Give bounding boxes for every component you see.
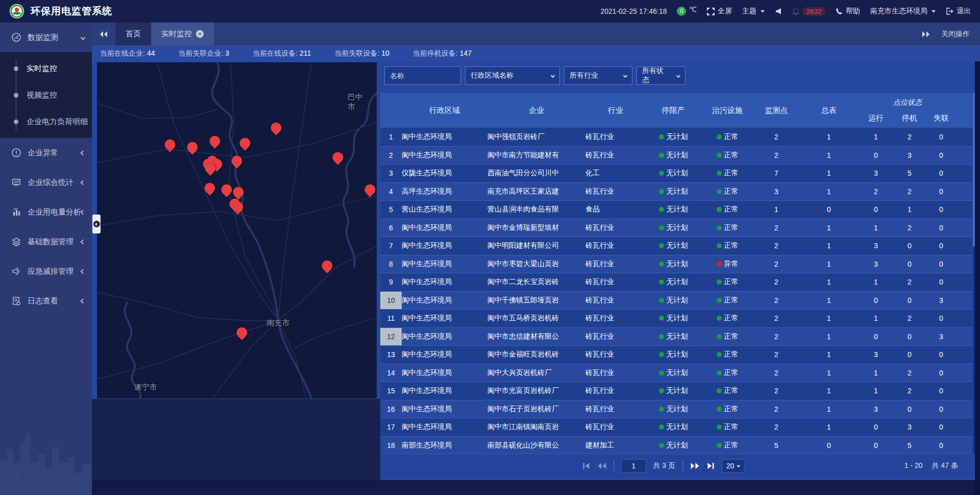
table-row[interactable]: 9 阆中生态环境局 阆中市二龙长宝页岩砖 砖瓦行业 无计划 正常 2 1 1 2… — [380, 273, 972, 291]
industry-cell: 砖瓦行业 — [585, 128, 646, 146]
meter-count-cell: 1 — [799, 292, 859, 310]
chevron-icon — [81, 150, 86, 155]
region-cell: 高坪生态环境局 — [402, 183, 487, 201]
chevron-icon — [81, 209, 86, 215]
table-row[interactable]: 14 阆中生态环境局 阆中大兴页岩机砖厂 砖瓦行业 无计划 正常 2 1 1 2… — [380, 364, 972, 382]
table-row[interactable]: 5 营山生态环境局 营山县润丰肉食品有限 食品 无计划 正常 1 0 0 1 0 — [380, 200, 972, 219]
table-row[interactable]: 17 阆中生态环境局 阆中市江南镇阆南页岩 砖瓦行业 无计划 正常 2 1 0 … — [380, 418, 972, 436]
logout-button[interactable]: 退出 — [946, 7, 971, 16]
tab-close-icon[interactable]: ✕ — [196, 30, 204, 38]
sound-button[interactable] — [775, 8, 782, 15]
page-number-input[interactable] — [621, 459, 646, 473]
industry-cell: 砖瓦行业 — [585, 237, 646, 255]
sidebar-item-日志查看[interactable]: 日志查看 — [0, 286, 92, 316]
run-count-cell: 3 — [859, 346, 893, 364]
prev-page-button[interactable] — [597, 462, 606, 469]
monitor-count-cell: 7 — [754, 164, 799, 182]
sidebar-item-label: 企业异常 — [28, 148, 58, 158]
stats-bar: 当前在线企业:44 当前失联企业:3 当前在线设备:211 当前失联设备:10 … — [92, 46, 980, 61]
bullet-dot-icon — [14, 93, 18, 98]
meter-count-cell: 1 — [799, 400, 859, 418]
sidebar-item-企业异常[interactable]: 企业异常 — [0, 138, 92, 168]
region-select[interactable]: 行政区域名称 — [465, 66, 560, 85]
company-cell: 阆中市光富页岩机砖厂 — [487, 382, 585, 400]
table-row[interactable]: 2 阆中生态环境局 阆中市南方节能建材有 砖瓦行业 无计划 正常 2 1 0 3… — [380, 146, 972, 164]
below-map-background — [92, 399, 380, 480]
green-dot-icon — [659, 298, 664, 303]
tab-realtime-monitor[interactable]: 实时监控 ✕ — [151, 22, 214, 45]
next-page-button[interactable] — [690, 462, 699, 469]
facility-status-cell: 正常 — [701, 364, 754, 382]
industry-cell: 砖瓦行业 — [585, 382, 646, 400]
lost-count-cell: 3 — [926, 328, 956, 346]
stop-status-cell: 无计划 — [646, 310, 701, 327]
stop-status-cell: 无计划 — [646, 237, 701, 255]
lost-count-cell: 0 — [926, 219, 956, 237]
column-header-region: 行政区域 — [402, 93, 487, 128]
tab-home[interactable]: 首页 — [115, 22, 151, 45]
org-dropdown[interactable]: 南充市生态环境局 — [870, 7, 936, 16]
table-body: 1 阆中生态环境局 阆中强锐页岩砖厂 砖瓦行业 无计划 正常 2 1 1 2 0… — [380, 128, 972, 454]
row-index-cell: 12 — [380, 328, 402, 346]
tabs-scroll-left-button[interactable] — [92, 22, 115, 45]
table-row[interactable]: 15 阆中生态环境局 阆中市光富页岩机砖厂 砖瓦行业 无计划 正常 2 1 1 … — [380, 382, 972, 400]
sidebar-subitem-实时监控[interactable]: 实时监控 — [0, 55, 92, 82]
sidebar-subitem-企业电力负荷明细[interactable]: 企业电力负荷明细 — [0, 108, 92, 135]
table-row[interactable]: 10 阆中生态环境局 阆中千佛镇五郎垭页岩 砖瓦行业 无计划 正常 2 1 0 … — [380, 291, 972, 310]
notifications-widget[interactable]: 2632 — [792, 7, 825, 16]
sidebar-item-企业用电量分析[interactable]: 企业用电量分析 — [0, 197, 92, 227]
status-dot-icon — [717, 134, 722, 139]
sidebar-subitem-视频监控[interactable]: 视频监控 — [0, 82, 92, 108]
first-page-button[interactable] — [582, 462, 590, 469]
table-row[interactable]: 13 阆中生态环境局 阆中市金福旺页岩机砖 砖瓦行业 无计划 正常 2 1 3 … — [380, 345, 972, 364]
table-row[interactable]: 8 阆中生态环境局 阆中市枣碧大梁山页岩 砖瓦行业 无计划 异常 2 1 3 0… — [380, 255, 972, 273]
row-index-cell: 13 — [380, 346, 402, 364]
page-size-select[interactable]: 20 — [722, 459, 745, 473]
table-row[interactable]: 16 阆中生态环境局 阆中市石子页岩机砖厂 砖瓦行业 无计划 正常 2 1 3 … — [380, 400, 972, 418]
theme-dropdown[interactable]: 主题 — [742, 7, 765, 16]
run-count-cell: 0 — [859, 418, 893, 436]
record-range: 1 - 20 共 47 条 — [904, 461, 972, 470]
fullscreen-button[interactable]: 全屏 — [707, 7, 732, 16]
sidebar-item-企业综合统计[interactable]: 企业综合统计 — [0, 168, 92, 197]
stop-status-cell: 无计划 — [646, 382, 701, 400]
facility-status-cell: 正常 — [701, 201, 754, 219]
panel-collapse-handle[interactable] — [92, 215, 101, 233]
close-operations-button[interactable]: 关闭操作 — [941, 30, 970, 39]
status-select[interactable]: 所有状态 — [636, 66, 685, 85]
region-cell: 南部生态环境局 — [402, 437, 487, 454]
status-dot-icon — [717, 262, 722, 267]
map-city-label: 巴中市 — [348, 92, 367, 112]
industry-cell: 砖瓦行业 — [585, 418, 646, 436]
sidebar-item-基础数据管理[interactable]: 基础数据管理 — [0, 227, 92, 256]
page-scrollbar-track[interactable] — [975, 22, 980, 495]
sidebar-item-数据监测[interactable]: 数据监测 — [0, 22, 92, 52]
region-cell: 阆中生态环境局 — [402, 310, 487, 327]
table-row[interactable]: 11 阆中生态环境局 阆中市五马桥页岩机砖 砖瓦行业 无计划 正常 2 1 1 … — [380, 309, 972, 327]
gauge-icon — [11, 32, 21, 42]
halt-count-cell: 2 — [893, 273, 926, 291]
table-row[interactable]: 6 阆中生态环境局 阆中市金博瑞新型墙材 砖瓦行业 无计划 正常 2 1 1 2… — [380, 219, 972, 237]
sidebar-item-应急减排管理[interactable]: 应急减排管理 — [0, 256, 92, 286]
tabs-scroll-right-button[interactable] — [922, 31, 930, 38]
industry-select[interactable]: 所有行业 — [564, 66, 632, 85]
table-row[interactable]: 4 高坪生态环境局 南充市高坪区王家店建 砖瓦行业 无计划 正常 3 1 2 2… — [380, 182, 972, 201]
run-count-cell: 0 — [859, 437, 893, 454]
total-records-label: 共 47 条 — [932, 461, 958, 470]
last-page-button[interactable] — [706, 462, 715, 469]
help-button[interactable]: 帮助 — [836, 7, 860, 16]
company-cell: 阆中市金福旺页岩机砖 — [487, 346, 585, 364]
stop-status-cell: 无计划 — [646, 292, 701, 310]
stop-status-cell: 无计划 — [646, 273, 701, 291]
table-row[interactable]: 3 仪陇生态环境局 西南油气田分公司川中 化工 无计划 正常 7 1 3 5 0 — [380, 164, 972, 182]
name-search-input[interactable] — [384, 66, 461, 85]
table-row[interactable]: 18 南部生态环境局 南部县砚化山沙有限公 建材加工 无计划 正常 5 0 0 … — [380, 436, 972, 454]
facility-status-cell: 正常 — [701, 219, 754, 237]
table-row[interactable]: 12 阆中生态环境局 阆中市忠信建材有限公 砖瓦行业 无计划 正常 2 1 0 … — [380, 327, 972, 346]
table-row[interactable]: 1 阆中生态环境局 阆中强锐页岩砖厂 砖瓦行业 无计划 正常 2 1 1 2 0 — [380, 128, 972, 146]
map-panel[interactable]: 巴中市南充市遂宁市 — [97, 62, 377, 398]
column-header-meter: 总表 — [799, 93, 859, 128]
halt-count-cell: 0 — [893, 328, 926, 346]
table-row[interactable]: 7 阆中生态环境局 阆中明阳建材有限公司 砖瓦行业 无计划 正常 2 1 3 0… — [380, 237, 972, 255]
status-dot-icon — [717, 298, 722, 303]
